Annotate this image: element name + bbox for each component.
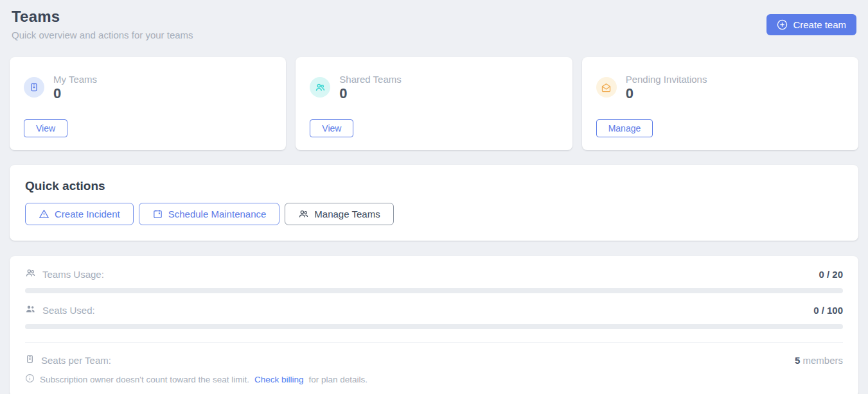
shared-teams-view-button[interactable]: View <box>310 119 353 137</box>
note-text: Subscription owner doesn't count toward … <box>40 375 249 384</box>
create-incident-button[interactable]: Create Incident <box>25 203 134 225</box>
calendar-icon <box>152 209 163 219</box>
badge-icon <box>24 77 44 98</box>
stat-value: 0 <box>339 87 401 101</box>
note-suffix: for plan details. <box>309 375 368 384</box>
teams-page: Teams Quick overview and actions for you… <box>0 0 868 394</box>
schedule-maintenance-label: Schedule Maintenance <box>168 209 267 219</box>
info-icon <box>25 373 35 385</box>
manage-teams-button[interactable]: Manage Teams <box>285 203 393 225</box>
seats-per-team-value: 5 members <box>795 355 843 366</box>
usage-card: Teams Usage: 0 / 20 Seats Used: 0 / 100 <box>10 256 858 394</box>
users-outline-icon <box>25 268 36 280</box>
seat-limit-note: Subscription owner doesn't count toward … <box>25 373 843 385</box>
quick-actions-title: Quick actions <box>25 179 843 193</box>
plus-circle-icon <box>777 19 788 30</box>
my-teams-view-button[interactable]: View <box>24 119 67 137</box>
stat-label: Pending Invitations <box>626 74 707 85</box>
check-billing-link[interactable]: Check billing <box>254 375 304 384</box>
users-filled-icon <box>25 304 36 316</box>
stat-value: 0 <box>53 87 97 101</box>
schedule-maintenance-button[interactable]: Schedule Maintenance <box>139 203 280 225</box>
pending-invitations-manage-button[interactable]: Manage <box>596 119 653 137</box>
quick-actions-buttons: Create Incident Schedule Maintenance <box>25 203 843 225</box>
stat-label: My Teams <box>53 74 97 85</box>
seats-used-row: Seats Used: 0 / 100 <box>25 304 843 316</box>
manage-teams-label: Manage Teams <box>314 209 380 219</box>
stat-label: Shared Teams <box>339 74 401 85</box>
seats-per-team-suffix: members <box>800 355 843 366</box>
page-header-text: Teams Quick overview and actions for you… <box>12 8 193 40</box>
users-icon <box>298 209 309 219</box>
seats-per-team-row: Seats per Team: 5 members <box>25 354 843 366</box>
teams-usage-progressbar <box>25 288 843 293</box>
seats-used-value: 0 / 100 <box>813 305 843 316</box>
seats-per-team-label: Seats per Team: <box>41 355 111 366</box>
usage-divider <box>25 342 843 343</box>
stat-card-pending-invitations: Pending Invitations 0 Manage <box>582 57 858 150</box>
quick-actions-card: Quick actions Create Incident <box>10 165 858 241</box>
teams-usage-row: Teams Usage: 0 / 20 <box>25 268 843 280</box>
badge-icon <box>25 354 35 366</box>
seats-used-label: Seats Used: <box>42 305 95 316</box>
users-icon <box>310 77 330 98</box>
teams-usage-value: 0 / 20 <box>819 269 843 280</box>
seats-used-progressbar <box>25 324 843 329</box>
create-team-button[interactable]: Create team <box>766 14 856 35</box>
teams-usage-label: Teams Usage: <box>42 269 104 280</box>
create-team-label: Create team <box>793 19 846 30</box>
warning-triangle-icon <box>39 209 49 219</box>
stats-row: My Teams 0 View Shared Teams <box>10 57 858 150</box>
stat-value: 0 <box>626 87 707 101</box>
page-title: Teams <box>12 8 193 26</box>
mail-open-icon <box>596 77 617 98</box>
page-subtitle: Quick overview and actions for your team… <box>12 30 193 40</box>
create-incident-label: Create Incident <box>55 209 120 219</box>
stat-card-shared-teams: Shared Teams 0 View <box>296 57 572 150</box>
page-header: Teams Quick overview and actions for you… <box>10 8 858 40</box>
stat-card-my-teams: My Teams 0 View <box>10 57 286 150</box>
